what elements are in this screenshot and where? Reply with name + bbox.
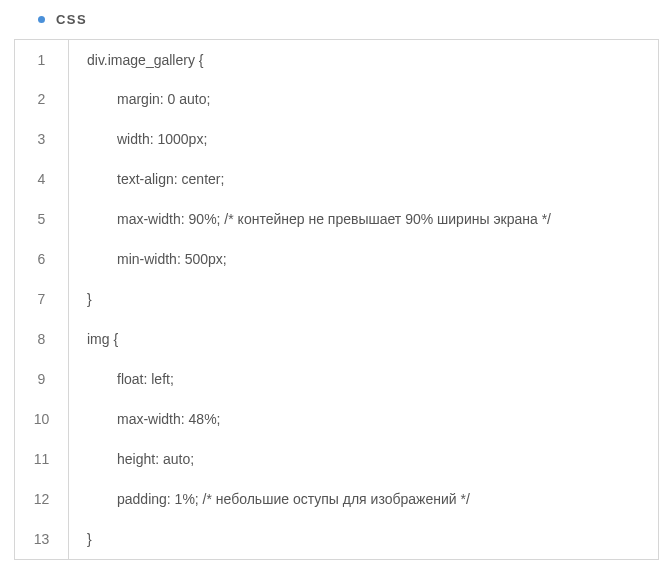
- code-line: div.image_gallery {: [69, 39, 659, 79]
- line-number: 8: [15, 319, 69, 359]
- code-row: 9 float: left;: [15, 359, 659, 399]
- code-line: img {: [69, 319, 659, 359]
- code-table: 1 div.image_gallery { 2 margin: 0 auto; …: [14, 39, 659, 560]
- line-number: 7: [15, 279, 69, 319]
- code-line: max-width: 48%;: [69, 399, 659, 439]
- code-row: 2 margin: 0 auto;: [15, 79, 659, 119]
- line-number: 4: [15, 159, 69, 199]
- line-number: 5: [15, 199, 69, 239]
- code-row: 12 padding: 1%; /* небольшие оступы для …: [15, 479, 659, 519]
- line-number: 6: [15, 239, 69, 279]
- line-number: 1: [15, 39, 69, 79]
- line-number: 11: [15, 439, 69, 479]
- code-line: padding: 1%; /* небольшие оступы для изо…: [69, 479, 659, 519]
- code-row: 3 width: 1000px;: [15, 119, 659, 159]
- code-line: text-align: center;: [69, 159, 659, 199]
- line-number: 2: [15, 79, 69, 119]
- code-line: margin: 0 auto;: [69, 79, 659, 119]
- language-label: CSS: [56, 12, 87, 27]
- code-line: min-width: 500px;: [69, 239, 659, 279]
- code-row: 6 min-width: 500px;: [15, 239, 659, 279]
- code-line: width: 1000px;: [69, 119, 659, 159]
- code-row: 1 div.image_gallery {: [15, 39, 659, 79]
- code-line: max-width: 90%; /* контейнер не превышае…: [69, 199, 659, 239]
- code-row: 4 text-align: center;: [15, 159, 659, 199]
- code-row: 11 height: auto;: [15, 439, 659, 479]
- code-line: }: [69, 519, 659, 559]
- line-number: 9: [15, 359, 69, 399]
- code-row: 5 max-width: 90%; /* контейнер не превыш…: [15, 199, 659, 239]
- code-row: 10 max-width: 48%;: [15, 399, 659, 439]
- bullet-icon: [38, 16, 45, 23]
- line-number: 13: [15, 519, 69, 559]
- code-line: height: auto;: [69, 439, 659, 479]
- code-row: 7 }: [15, 279, 659, 319]
- line-number: 3: [15, 119, 69, 159]
- line-number: 12: [15, 479, 69, 519]
- code-block-header: CSS: [10, 10, 655, 27]
- code-row: 8 img {: [15, 319, 659, 359]
- code-line: }: [69, 279, 659, 319]
- code-row: 13 }: [15, 519, 659, 559]
- line-number: 10: [15, 399, 69, 439]
- code-line: float: left;: [69, 359, 659, 399]
